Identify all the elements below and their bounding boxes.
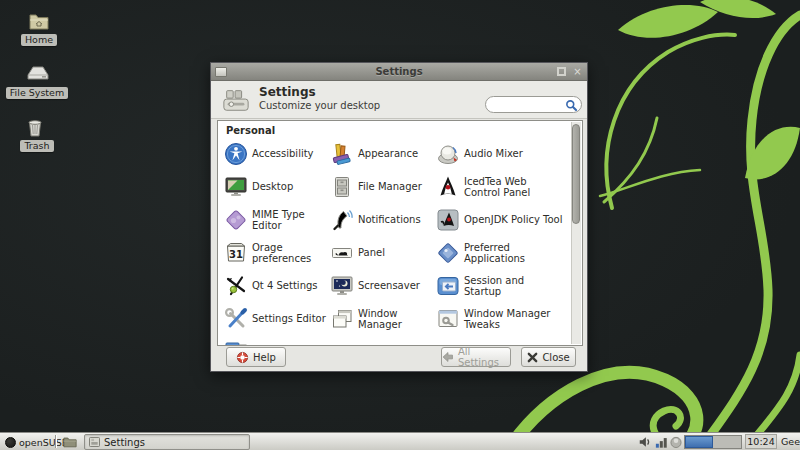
- settings-item-label: Window Manager Tweaks: [464, 308, 550, 330]
- settings-item-accessibility[interactable]: Accessibility: [224, 137, 330, 170]
- settings-item-label: Notifications: [358, 214, 421, 225]
- file-manager-launcher[interactable]: [60, 434, 80, 450]
- file-manager-icon: [330, 175, 354, 199]
- maximize-icon[interactable]: [557, 67, 566, 76]
- settings-item-label: Orage preferences: [252, 242, 330, 264]
- settings-item-label: Accessibility: [252, 148, 314, 159]
- help-lifebuoy-icon: [236, 351, 249, 364]
- settings-list-area: Personal AccessibilityAppearanceAudio Mi…: [217, 120, 583, 346]
- network-signal-icon[interactable]: [655, 435, 669, 449]
- desktop-icon-file-system[interactable]: File System: [6, 66, 68, 99]
- task-button-settings[interactable]: Settings: [84, 434, 250, 450]
- settings-editor-icon: [224, 307, 248, 331]
- window-manager-icon: [330, 307, 354, 331]
- settings-item-label: MIME Type Editor: [252, 209, 330, 231]
- clock[interactable]: 10:24: [745, 434, 777, 449]
- volume-icon[interactable]: [638, 435, 652, 449]
- folder-icon: [63, 436, 77, 448]
- settings-item-label: Desktop: [252, 181, 293, 192]
- settings-item-label: Session and Startup: [464, 275, 524, 297]
- audio-mixer-icon: [436, 142, 460, 166]
- desktop-settings-icon: [224, 175, 248, 199]
- settings-item-label: IcedTea Web Control Panel: [464, 176, 530, 198]
- settings-item-session-and[interactable]: Session and Startup: [436, 269, 576, 302]
- settings-item-screensaver[interactable]: Screensaver: [330, 269, 436, 302]
- desktop-icon-trash[interactable]: Trash: [15, 119, 59, 152]
- orage-calendar-icon: 31: [224, 241, 248, 265]
- desktop-icon-label: Home: [21, 34, 57, 46]
- appearance-icon: [330, 142, 354, 166]
- settings-item-openjdk-policy-tool[interactable]: OpenJDK Policy Tool: [436, 203, 576, 236]
- session-startup-icon: [436, 274, 460, 298]
- header-title: Settings: [259, 85, 316, 99]
- icedtea-web-icon: [436, 175, 460, 199]
- svg-text:31: 31: [229, 248, 243, 259]
- settings-item-icedtea-web[interactable]: IcedTea Web Control Panel: [436, 170, 576, 203]
- desktop-icon-label: Trash: [20, 140, 53, 152]
- opensuse-logo-icon: [5, 437, 16, 448]
- settings-item-window-manager[interactable]: Window Manager: [330, 302, 436, 335]
- task-settings-icon: [89, 437, 100, 447]
- settings-grid: AccessibilityAppearanceAudio MixerDeskto…: [224, 137, 576, 346]
- header-subtitle: Customize your desktop: [259, 100, 380, 111]
- screensaver-icon: [330, 274, 354, 298]
- settings-item-panel[interactable]: Panel: [330, 236, 436, 269]
- settings-manager-icon: [221, 86, 251, 118]
- qt4-settings-icon: [224, 274, 248, 298]
- workspace-1-active[interactable]: [685, 436, 713, 448]
- window-titlebar[interactable]: Settings ×: [211, 63, 587, 81]
- settings-item-preferred[interactable]: Preferred Applications: [436, 236, 576, 269]
- settings-item-label: OpenJDK Policy Tool: [464, 214, 562, 225]
- settings-item-label: Panel: [358, 247, 385, 258]
- settings-item-mime-type-editor[interactable]: MIME Type Editor: [224, 203, 330, 236]
- settings-item-label: Preferred Applications: [464, 242, 525, 264]
- close-button[interactable]: Close: [521, 347, 576, 367]
- settings-item-label: File Manager: [358, 181, 422, 192]
- window-header: Settings Customize your desktop: [211, 81, 587, 119]
- settings-window: Settings × Settings Customize your deskt…: [210, 62, 588, 372]
- window-title: Settings: [211, 66, 587, 77]
- scrollbar[interactable]: [571, 122, 581, 344]
- settings-item-appearance[interactable]: Appearance: [330, 137, 436, 170]
- desktop-icon-label: File System: [6, 87, 68, 99]
- settings-item-file-manager[interactable]: File Manager: [330, 170, 436, 203]
- scrollbar-thumb[interactable]: [572, 124, 580, 224]
- settings-item-notifications[interactable]: Notifications: [330, 203, 436, 236]
- settings-item-window-manager[interactable]: Window Manager Tweaks: [436, 302, 576, 335]
- desktop-icon-home[interactable]: Home: [16, 13, 62, 46]
- settings-item-label: Settings Editor: [252, 313, 326, 324]
- window-button-bar: Help All Settings Close: [211, 344, 587, 371]
- settings-item-label: Qt 4 Settings: [252, 280, 318, 291]
- preferred-applications-icon: [436, 241, 460, 265]
- settings-item-qt-4-settings[interactable]: Qt 4 Settings: [224, 269, 330, 302]
- trash-icon: [27, 119, 47, 137]
- help-button[interactable]: Help: [226, 347, 286, 367]
- workspace-pager[interactable]: [684, 435, 742, 449]
- window-manager-tweaks-icon: [436, 307, 460, 331]
- taskbar: openSUSE Settings 10:24 Geeko: [0, 432, 800, 450]
- notifications-icon: [330, 208, 354, 232]
- all-settings-button[interactable]: All Settings: [441, 347, 511, 367]
- workspace-2[interactable]: [713, 436, 741, 448]
- host-label: Geeko: [781, 436, 800, 447]
- settings-item-label: Window Manager: [358, 308, 436, 330]
- openjdk-policy-icon: [436, 208, 460, 232]
- settings-item-settings-editor[interactable]: Settings Editor: [224, 302, 330, 335]
- panel-icon: [330, 241, 354, 265]
- taskbar-separator: [55, 435, 56, 448]
- search-icon: [565, 99, 578, 112]
- section-header: Personal: [226, 125, 275, 136]
- settings-item-label: Audio Mixer: [464, 148, 523, 159]
- back-arrow-icon: [442, 351, 454, 363]
- accessibility-icon: [224, 142, 248, 166]
- close-icon[interactable]: ×: [572, 66, 583, 77]
- settings-item-desktop[interactable]: Desktop: [224, 170, 330, 203]
- home-folder-icon: [29, 13, 49, 31]
- search-input[interactable]: [485, 96, 582, 113]
- close-x-icon: [527, 352, 538, 363]
- file-system-icon: [27, 66, 47, 84]
- settings-item-orage-preferences[interactable]: 31Orage preferences: [224, 236, 330, 269]
- tray-status-icon[interactable]: [669, 435, 683, 449]
- settings-item-audio-mixer[interactable]: Audio Mixer: [436, 137, 576, 170]
- settings-item-label: Appearance: [358, 148, 418, 159]
